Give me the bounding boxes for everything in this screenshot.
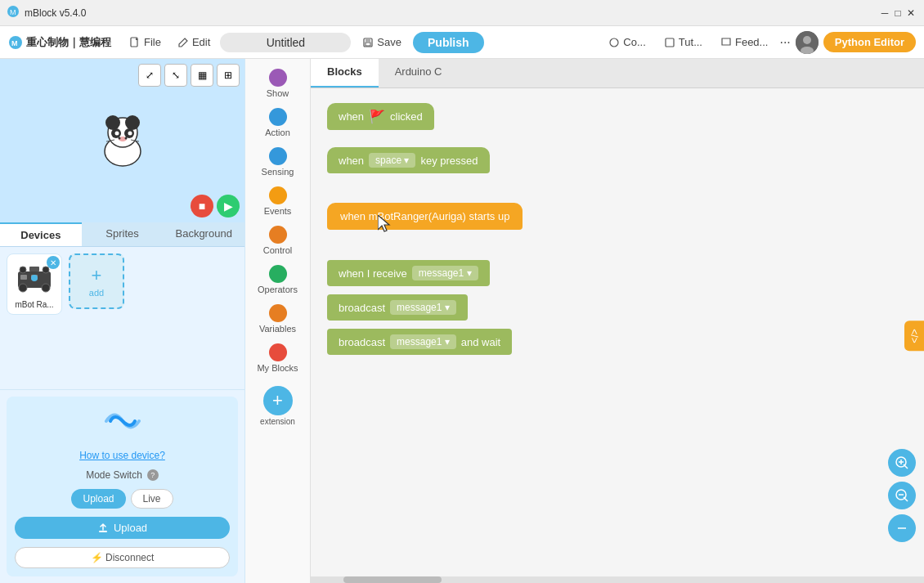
block-cat-control[interactable]: Control xyxy=(249,222,307,258)
mode-buttons: Upload Live xyxy=(71,489,173,509)
broadcast-dropdown[interactable]: message1 ▾ xyxy=(390,300,456,315)
operators-cat-label: Operators xyxy=(258,285,298,294)
my blocks-cat-label: My Blocks xyxy=(257,363,298,373)
tutorial-button[interactable]: Tut... xyxy=(657,33,709,52)
code-toggle-button[interactable]: </> xyxy=(904,321,924,351)
upload-mode-button[interactable]: Upload xyxy=(71,489,125,509)
left-panel: ⤢ ⤡ ▦ ⊞ ■ ▶ Devices Sprites Background ✕ xyxy=(0,59,245,583)
maximize-button[interactable]: □ xyxy=(891,7,904,20)
svg-point-11 xyxy=(803,36,811,44)
block-cat-show[interactable]: Show xyxy=(249,65,307,101)
edit-menu[interactable]: Edit xyxy=(171,33,217,52)
stage-expand-btn[interactable]: ⤢ xyxy=(138,64,161,87)
block-cat-my blocks[interactable]: My Blocks xyxy=(249,340,307,376)
live-mode-button[interactable]: Live xyxy=(131,489,173,509)
extension-plus-icon: + xyxy=(263,386,293,415)
add-device-button[interactable]: + add xyxy=(69,253,124,309)
mode-switch-row: Mode Switch ? xyxy=(86,469,159,481)
block-broadcast-wait[interactable]: broadcast message1 ▾ and wait xyxy=(327,329,512,355)
variables-cat-label: Variables xyxy=(259,324,296,334)
stage-grid-btn[interactable]: ⊞ xyxy=(217,64,240,87)
block-mbot-label: when mBotRanger(Auriga) starts up xyxy=(340,210,509,222)
svg-point-20 xyxy=(128,132,132,136)
block-cat-events[interactable]: Events xyxy=(249,183,307,219)
panel-tabs: Devices Sprites Background xyxy=(0,222,244,247)
publish-button[interactable]: Publish xyxy=(413,32,484,53)
sensing-cat-dot xyxy=(269,147,287,165)
zoom-controls xyxy=(888,449,916,542)
avatar-icon xyxy=(796,31,819,54)
menu-bar: M 重心制物｜慧编程 File Edit Save Publish Co... … xyxy=(0,26,924,59)
svg-rect-7 xyxy=(366,43,370,46)
stage-controls: ⤢ ⤡ ▦ ⊞ xyxy=(138,64,240,87)
block-clicked-label: clicked xyxy=(390,110,423,123)
block-key-pressed[interactable]: when space ▾ key pressed xyxy=(327,147,490,173)
project-title-input[interactable] xyxy=(220,33,351,52)
extension-button[interactable]: + extension xyxy=(260,386,295,426)
disconnect-button[interactable]: ⚡ Disconnect xyxy=(15,547,230,568)
block-mbot-starts[interactable]: when mBotRanger(Auriga) starts up xyxy=(327,203,523,230)
how-to-use-link[interactable]: How to use device? xyxy=(79,450,165,461)
avatar[interactable] xyxy=(796,31,819,54)
action-cat-dot xyxy=(269,108,287,126)
file-menu[interactable]: File xyxy=(123,33,168,52)
arduino-tab[interactable]: Arduino C xyxy=(379,59,459,87)
my blocks-cat-dot xyxy=(269,343,287,361)
stage-shrink-btn[interactable]: ⤡ xyxy=(164,64,187,87)
block-receive[interactable]: when I receive message1 ▾ xyxy=(327,260,490,286)
events-cat-label: Events xyxy=(264,206,292,216)
minimize-button[interactable]: ─ xyxy=(878,7,891,20)
file-icon xyxy=(129,37,141,48)
block-broadcast[interactable]: broadcast message1 ▾ xyxy=(327,294,468,321)
block-cat-variables[interactable]: Variables xyxy=(249,301,307,337)
app-logo-text: M 重心制物｜慧编程 xyxy=(8,35,111,50)
block-categories: Show Action Sensing Events Control Opera… xyxy=(245,59,311,583)
devices-tab[interactable]: Devices xyxy=(0,222,82,246)
mode-switch-info-icon[interactable]: ? xyxy=(147,469,159,481)
blocks-tab[interactable]: Blocks xyxy=(311,59,379,87)
background-tab[interactable]: Background xyxy=(163,222,244,246)
stage-fullscreen-btn[interactable]: ▦ xyxy=(191,64,213,87)
key-dropdown[interactable]: space ▾ xyxy=(369,153,415,168)
svg-rect-33 xyxy=(29,267,39,271)
block-broadcast2-label: broadcast xyxy=(339,336,385,348)
stop-button[interactable]: ■ xyxy=(191,195,213,218)
block-cat-operators[interactable]: Operators xyxy=(249,262,307,298)
block-cat-action[interactable]: Action xyxy=(249,105,307,141)
delete-device-button[interactable]: ✕ xyxy=(47,256,60,269)
mbot-device-card[interactable]: ✕ mBot xyxy=(7,253,62,315)
save-button[interactable]: Save xyxy=(354,33,410,52)
app-title: mBlock v5.4.0 xyxy=(25,7,86,19)
feedback-button[interactable]: Feed... xyxy=(714,33,774,52)
device-panel: How to use device? Mode Switch ? Upload … xyxy=(0,389,244,583)
mbot-svg xyxy=(16,263,52,294)
zoom-reset-button[interactable] xyxy=(888,514,916,542)
svg-point-15 xyxy=(105,115,120,130)
svg-point-23 xyxy=(124,137,127,140)
upload-icon xyxy=(97,522,109,534)
broadcast2-dropdown[interactable]: message1 ▾ xyxy=(390,334,456,349)
sprites-tab[interactable]: Sprites xyxy=(82,222,164,246)
show-cat-dot xyxy=(269,69,287,87)
svg-point-29 xyxy=(19,284,27,292)
flag-icon: 🚩 xyxy=(369,109,385,124)
more-button[interactable]: ··· xyxy=(779,35,790,50)
block-cat-sensing[interactable]: Sensing xyxy=(249,144,307,180)
block-when2-label: when xyxy=(339,155,364,167)
scrollbar-thumb[interactable] xyxy=(343,576,442,583)
edit-icon xyxy=(177,37,189,48)
title-bar: M mBlock v5.4.0 ─ □ ✕ xyxy=(0,0,924,26)
panda-sprite xyxy=(90,106,155,175)
close-button[interactable]: ✕ xyxy=(904,7,917,20)
co-button[interactable]: Co... xyxy=(602,33,652,52)
device-name: mBot Ra... xyxy=(10,300,59,309)
zoom-in-button[interactable] xyxy=(888,449,916,477)
run-button[interactable]: ▶ xyxy=(217,195,240,218)
python-editor-button[interactable]: Python Editor xyxy=(823,32,916,52)
receive-dropdown[interactable]: message1 ▾ xyxy=(412,266,478,280)
zoom-out-button[interactable] xyxy=(888,482,916,509)
horizontal-scrollbar[interactable] xyxy=(311,576,924,583)
upload-button[interactable]: Upload xyxy=(15,517,230,539)
block-flag-clicked[interactable]: when 🚩 clicked xyxy=(327,103,434,130)
control-cat-dot xyxy=(269,226,287,244)
